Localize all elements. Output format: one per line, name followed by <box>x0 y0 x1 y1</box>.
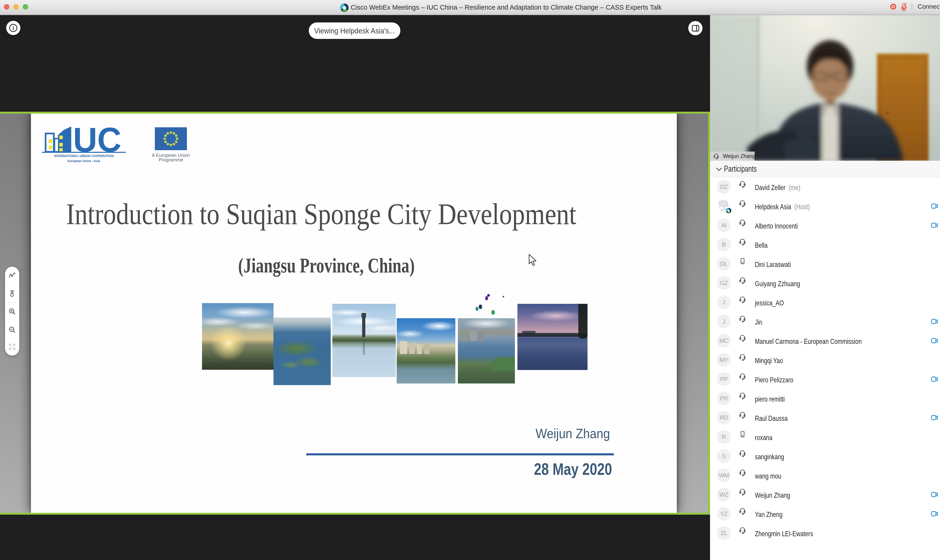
svg-text:UC: UC <box>73 124 122 159</box>
svg-text:INTERNATIONAL URBAN COOPERATIO: INTERNATIONAL URBAN COOPERATION <box>54 154 114 158</box>
svg-text:European Union –Asia: European Union –Asia <box>68 159 100 163</box>
svg-text:Connected: Connected <box>918 3 940 10</box>
